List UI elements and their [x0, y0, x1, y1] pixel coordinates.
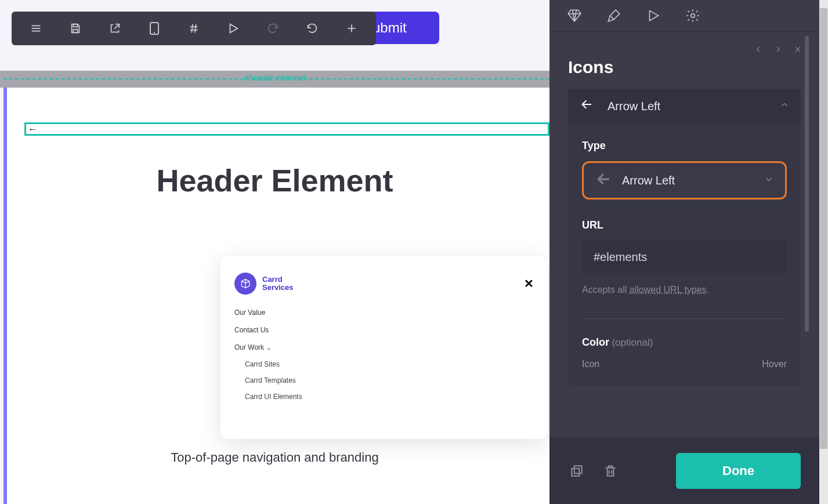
play-icon	[227, 22, 240, 35]
card-close-button[interactable]: ✕	[524, 277, 534, 291]
done-button[interactable]: Done	[676, 453, 801, 489]
menu-item-our-value[interactable]: Our Value	[234, 304, 534, 321]
color-hover-label: Hover	[762, 359, 787, 369]
chevron-down-icon	[764, 175, 773, 186]
header-element-id-label: #header-element	[240, 73, 310, 82]
trash-icon	[603, 463, 618, 478]
page-heading: Header Element	[0, 162, 549, 198]
panel-footer: Done	[549, 437, 819, 504]
menu-item-contact-us[interactable]: Contact Us	[234, 321, 534, 339]
svg-rect-3	[73, 24, 77, 27]
arrow-left-preview-icon	[595, 171, 612, 190]
add-button[interactable]	[332, 12, 371, 45]
undo-button[interactable]	[292, 12, 332, 45]
main-toolbar	[12, 12, 376, 45]
panel-scrollbar-thumb[interactable]	[805, 36, 809, 332]
panel-scrollbar[interactable]	[805, 0, 809, 418]
duplicate-icon	[569, 463, 584, 478]
brush-icon	[606, 8, 621, 23]
submenu-carrd-templates[interactable]: Carrd Templates	[234, 372, 534, 389]
plus-icon	[345, 22, 358, 35]
tab-settings[interactable]	[685, 8, 700, 23]
duplicate-button[interactable]	[568, 462, 585, 480]
panel-next-button[interactable]	[774, 45, 782, 56]
svg-marker-11	[230, 24, 238, 33]
properties-panel: Icons Arrow Left Type Arrow Left URL #el…	[549, 0, 819, 504]
arrow-left-icon: ←	[28, 124, 37, 135]
type-field-label: Type	[582, 140, 787, 152]
preview-button[interactable]	[214, 12, 253, 45]
brand-line-2: Services	[262, 284, 294, 292]
accordion-title: Arrow Left	[608, 100, 766, 113]
page-caption: Top-of-page navigation and branding	[0, 450, 549, 465]
svg-rect-19	[574, 466, 582, 473]
svg-rect-18	[572, 468, 579, 476]
chevron-up-icon	[780, 100, 789, 112]
save-icon	[69, 22, 82, 35]
tab-element[interactable]	[567, 8, 582, 23]
svg-marker-14	[650, 10, 659, 20]
url-hint: Accepts all allowed URL types.	[582, 285, 787, 295]
mobile-view-button[interactable]	[135, 12, 174, 45]
chevron-down-icon: ⌄	[266, 345, 271, 351]
arrow-left-bold-icon	[580, 97, 594, 115]
svg-line-9	[191, 24, 193, 33]
hash-icon	[187, 22, 200, 35]
panel-tab-bar	[549, 0, 819, 32]
submenu-carrd-ui-elements[interactable]: Carrd UI Elements	[234, 389, 534, 405]
panel-nav	[754, 45, 802, 56]
anchor-button[interactable]	[174, 12, 214, 45]
menu-button[interactable]	[16, 12, 56, 45]
chevron-left-icon	[754, 45, 762, 53]
save-button[interactable]	[56, 12, 95, 45]
redo-button[interactable]	[253, 12, 292, 45]
panel-title: Icons	[549, 32, 819, 89]
play-outline-icon	[646, 8, 661, 23]
brand-line-1: Carrd	[262, 275, 294, 284]
type-select-value: Arrow Left	[622, 174, 754, 187]
redo-icon	[266, 22, 279, 35]
page-scrollbar[interactable]	[819, 0, 828, 504]
cube-logo-icon	[234, 273, 256, 295]
page-scrollbar-thumb[interactable]	[820, 8, 827, 449]
selected-icon-element[interactable]	[24, 122, 549, 136]
color-icon-label: Icon	[582, 359, 599, 369]
external-link-icon	[109, 22, 121, 35]
delete-button[interactable]	[602, 462, 619, 480]
gear-icon	[685, 8, 700, 23]
close-icon	[794, 45, 802, 53]
svg-point-15	[691, 14, 695, 18]
type-select[interactable]: Arrow Left	[582, 161, 787, 200]
color-field-label: Color (optional)	[582, 336, 787, 349]
diamond-icon	[567, 8, 582, 23]
url-hint-link[interactable]: allowed URL types	[630, 285, 707, 295]
open-button[interactable]	[95, 12, 135, 45]
undo-icon	[306, 22, 319, 35]
svg-rect-4	[73, 30, 77, 33]
divider	[582, 318, 787, 319]
accordion-header[interactable]: Arrow Left	[568, 89, 801, 124]
hamburger-icon	[30, 22, 42, 35]
url-field-label: URL	[582, 219, 787, 231]
editor-canvas: Submit #header-element ← Header Element …	[0, 0, 549, 504]
svg-line-10	[195, 24, 196, 33]
menu-item-our-work[interactable]: Our Work⌄	[234, 339, 534, 356]
panel-close-button[interactable]	[794, 45, 802, 56]
panel-prev-button[interactable]	[754, 45, 762, 56]
tab-animation[interactable]	[646, 8, 661, 23]
tab-appearance[interactable]	[606, 8, 621, 23]
card-logo: Carrd Services	[234, 273, 294, 295]
mobile-icon	[149, 21, 160, 35]
submenu-carrd-sites[interactable]: Carrd Sites	[234, 356, 534, 372]
chevron-right-icon	[774, 45, 782, 53]
url-input[interactable]: #elements	[582, 241, 787, 273]
accordion-body: Type Arrow Left URL #elements Accepts al…	[568, 124, 801, 386]
preview-card: Carrd Services ✕ Our Value Contact Us Ou…	[220, 256, 548, 439]
